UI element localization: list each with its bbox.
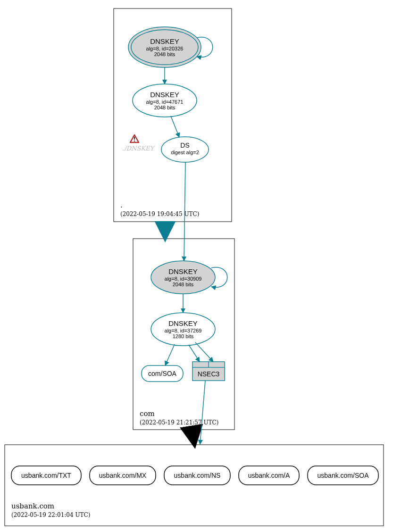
- zone-com-time: (2022-05-19 21:21:57 UTC): [140, 419, 218, 426]
- node-com-nsec3: NSEC3: [192, 362, 225, 381]
- svg-text:alg=8, id=47671: alg=8, id=47671: [146, 99, 184, 105]
- node-usbank-txt: usbank.com/TXT: [11, 466, 81, 485]
- node-usbank-soa: usbank.com/SOA: [308, 466, 378, 485]
- svg-rect-29: [193, 362, 208, 367]
- svg-text:DNSKEY: DNSKEY: [168, 267, 198, 275]
- svg-text:DNSKEY: DNSKEY: [150, 37, 179, 45]
- node-com-zsk: DNSKEY alg=8, id=37269 1280 bits: [151, 313, 215, 346]
- svg-text:usbank.com/NS: usbank.com/NS: [174, 472, 221, 479]
- svg-text:com/SOA: com/SOA: [148, 370, 177, 377]
- svg-text:2048 bits: 2048 bits: [173, 282, 194, 287]
- node-com-ksk: DNSKEY alg=8, id=30909 2048 bits: [151, 261, 227, 294]
- node-root-ghost: ./DNSKEY: [122, 145, 155, 152]
- svg-point-14: [134, 141, 135, 141]
- svg-text:2048 bits: 2048 bits: [154, 51, 176, 57]
- svg-text:alg=8, id=30909: alg=8, id=30909: [165, 276, 202, 282]
- node-usbank-mx: usbank.com/MX: [90, 466, 156, 485]
- svg-text:digest alg=2: digest alg=2: [171, 150, 199, 155]
- zone-usbank-time: (2022-05-19 22:01:04 UTC): [11, 512, 90, 518]
- zone-usbank-name: usbank.com: [11, 502, 54, 510]
- node-root-zsk: DNSKEY alg=8, id=47671 2048 bits: [133, 84, 197, 117]
- svg-text:alg=8, id=20326: alg=8, id=20326: [146, 46, 184, 51]
- svg-text:usbank.com/A: usbank.com/A: [248, 472, 290, 479]
- edge-comzsk-nsec3a: [189, 345, 200, 362]
- edge-com-to-usbank: [192, 430, 194, 444]
- svg-text:DS: DS: [180, 141, 189, 149]
- zone-com-name: com: [140, 409, 155, 418]
- node-root-ds: DS digest alg=2: [161, 137, 209, 162]
- svg-text:alg=8, id=37269: alg=8, id=37269: [165, 328, 202, 333]
- svg-text:usbank.com/SOA: usbank.com/SOA: [318, 472, 369, 479]
- svg-text:1280 bits: 1280 bits: [173, 333, 194, 339]
- node-com-soa: com/SOA: [142, 366, 183, 382]
- svg-text:usbank.com/TXT: usbank.com/TXT: [21, 472, 71, 479]
- node-usbank-ns: usbank.com/NS: [164, 466, 230, 485]
- zone-root-name: .: [120, 201, 123, 209]
- node-root-ksk: DNSKEY alg=8, id=20326 2048 bits: [128, 27, 213, 67]
- svg-text:usbank.com/MX: usbank.com/MX: [99, 472, 147, 479]
- zone-root-time: (2022-05-19 19:04:45 UTC): [120, 211, 199, 217]
- svg-text:DNSKEY: DNSKEY: [150, 91, 179, 99]
- warning-icon: [130, 135, 139, 142]
- edge-root-zsk-ds: [171, 116, 179, 137]
- svg-text:NSEC3: NSEC3: [198, 370, 220, 378]
- edge-comzsk-soa: [165, 344, 175, 366]
- svg-rect-30: [209, 362, 224, 367]
- svg-text:2048 bits: 2048 bits: [154, 105, 176, 110]
- zone-usbank: usbank.com (2022-05-19 22:01:04 UTC): [5, 445, 384, 526]
- svg-text:DNSKEY: DNSKEY: [168, 319, 198, 327]
- node-usbank-a: usbank.com/A: [239, 466, 299, 485]
- edge-nsec3-usbank: [200, 381, 205, 444]
